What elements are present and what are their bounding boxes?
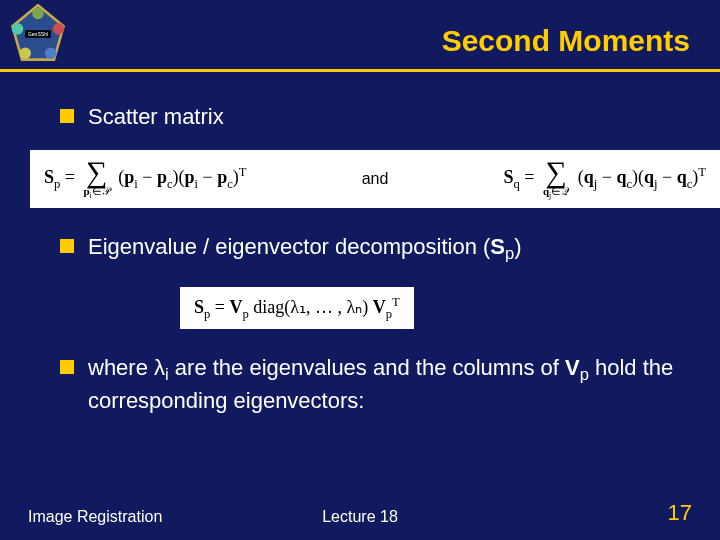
page-number: 17 [668, 500, 692, 526]
text-fragment: where λ [88, 355, 165, 380]
footer-left: Image Registration [28, 508, 162, 526]
bullet-item: Eigenvalue / eigenvector decomposition (… [60, 232, 680, 265]
bullet-item: where λi are the eigenvalues and the col… [60, 353, 680, 415]
slide-title: Second Moments [442, 24, 690, 58]
slide-footer: Image Registration Lecture 18 17 [0, 500, 720, 526]
svg-point-5 [12, 23, 24, 35]
summation-icon: ∑ pi∈𝒫 [83, 158, 109, 200]
text-fragment: are the eigenvalues and the columns of [169, 355, 565, 380]
eq-subscript: q [514, 177, 520, 191]
eq-equals: = [215, 297, 230, 317]
footer-center: Lecture 18 [322, 508, 398, 526]
bullet-item: Scatter matrix [60, 102, 680, 132]
slide-content: Scatter matrix Sp = ∑ pi∈𝒫 (pi − pc)(pi … [0, 72, 720, 415]
eq-symbol: S [503, 167, 513, 187]
summation-icon: ∑ qj∈𝒬 [543, 158, 569, 200]
eq-and: and [362, 170, 389, 188]
eq-symbol: S [194, 297, 204, 317]
eq-superscript: T [392, 295, 400, 309]
bullet-text: Scatter matrix [88, 102, 680, 132]
bullet-text: where λi are the eigenvalues and the col… [88, 353, 680, 415]
eq-symbol: S [44, 167, 54, 187]
svg-point-1 [32, 8, 44, 20]
text-fragment: ) [514, 234, 521, 259]
bullet-icon [60, 360, 74, 374]
equation-eigen: Sp = Vp diag(λ₁, … , λₙ) VpT [180, 287, 414, 330]
text-fragment: Eigenvalue / eigenvector decomposition ( [88, 234, 490, 259]
text-symbol: S [490, 234, 505, 259]
slide-header: GenSShl Second Moments [0, 0, 720, 72]
svg-point-2 [53, 23, 65, 35]
eq-symbol: V [229, 297, 242, 317]
org-logo: GenSShl [6, 2, 70, 66]
svg-point-3 [45, 47, 57, 59]
logo-text: GenSShl [28, 31, 48, 37]
eq-diag: diag(λ₁, … , λₙ) [253, 297, 372, 317]
eq-subscript: p [204, 306, 210, 320]
text-symbol: V [565, 355, 580, 380]
equation-scatter: Sp = ∑ pi∈𝒫 (pi − pc)(pi − pc)T and Sq =… [30, 150, 720, 208]
svg-point-4 [19, 47, 31, 59]
text-subscript: p [580, 366, 589, 384]
bullet-icon [60, 239, 74, 253]
eq-subscript: p [242, 306, 248, 320]
eq-subscript: p [54, 177, 60, 191]
eq-equals: = [65, 167, 80, 187]
eq-equals: = [524, 167, 539, 187]
eq-symbol: V [373, 297, 386, 317]
eq-body: (pi − pc)(pi − pc)T [118, 167, 246, 187]
bullet-text: Eigenvalue / eigenvector decomposition (… [88, 232, 680, 265]
bullet-icon [60, 109, 74, 123]
text-subscript: p [505, 244, 514, 262]
eq-body: (qj − qc)(qj − qc)T [578, 167, 706, 187]
